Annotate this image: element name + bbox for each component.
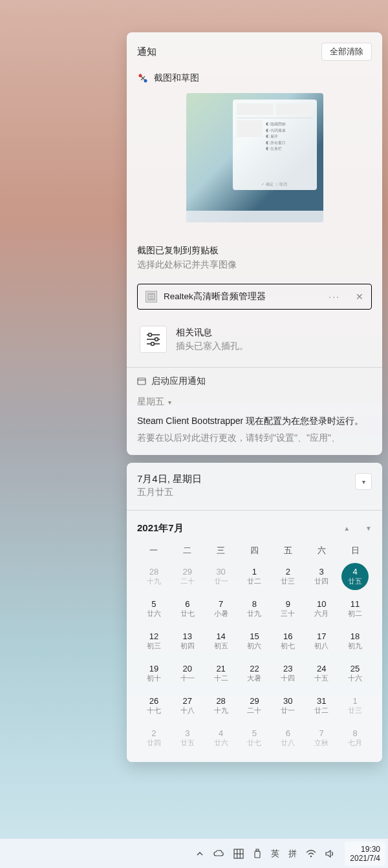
realtek-app-label: Realtek高清晰音频管理器	[164, 291, 322, 302]
snip-app-label: 截图和草图	[154, 72, 199, 84]
calendar-day[interactable]: 21十二	[208, 660, 235, 687]
usb-icon[interactable]	[252, 847, 263, 860]
taskbar: 英 拼 19:30 2021/7/4	[0, 838, 388, 868]
onedrive-icon[interactable]	[211, 848, 226, 860]
clock-time: 19:30	[361, 845, 380, 854]
calendar-weekday: 一	[137, 545, 171, 556]
ime-mode[interactable]: 拼	[287, 847, 298, 861]
calendar-day[interactable]: 6廿八	[274, 725, 301, 752]
grid-icon[interactable]	[232, 847, 245, 860]
calendar-day[interactable]: 28十九	[140, 563, 167, 590]
ime-language[interactable]: 英	[270, 847, 281, 861]
calendar-date-main: 7月4日, 星期日	[137, 473, 202, 485]
calendar-day[interactable]: 2廿四	[140, 725, 167, 752]
calendar-day[interactable]: 15初六	[241, 628, 268, 655]
realtek-close-button[interactable]: ✕	[356, 291, 363, 302]
calendar-day[interactable]: 29二十	[174, 563, 201, 590]
calendar-day[interactable]: 10六月	[308, 595, 335, 622]
volume-icon[interactable]	[324, 848, 337, 860]
calendar-day[interactable]: 24十五	[308, 660, 335, 687]
calendar-day[interactable]: 3廿五	[174, 725, 201, 752]
calendar-day[interactable]: 22大暑	[241, 660, 268, 687]
calendar-day[interactable]: 31廿二	[308, 692, 335, 719]
realtek-icon	[146, 291, 157, 302]
calendar-day[interactable]: 8七月	[341, 725, 369, 752]
calendar-day[interactable]: 30廿一	[274, 692, 301, 719]
calendar-day[interactable]: 23十四	[274, 660, 301, 687]
startup-day: 星期五▾	[137, 396, 372, 408]
calendar-panel: 7月4日, 星期日 五月廿五 ▾ 2021年7月 ▲ ▼ 一二三四五六日 28十…	[127, 463, 382, 762]
calendar-day[interactable]: 1廿三	[341, 692, 369, 719]
calendar-day[interactable]: 12初三	[140, 628, 167, 655]
calendar-day[interactable]: 7小暑	[208, 595, 235, 622]
calendar-day[interactable]: 3廿四	[308, 563, 335, 590]
startup-app-label: 启动应用通知	[151, 376, 206, 387]
calendar-day[interactable]: 1廿二	[241, 563, 268, 590]
calendar-collapse-button[interactable]: ▾	[355, 473, 372, 490]
calendar-day[interactable]: 14初五	[208, 628, 235, 655]
realtek-info-title: 相关讯息	[176, 327, 248, 339]
realtek-info-card[interactable]: 相关讯息 插头已塞入插孔。	[137, 326, 372, 353]
clear-all-button[interactable]: 全部清除	[321, 43, 372, 61]
realtek-more-button[interactable]: ···	[329, 291, 340, 302]
calendar-day[interactable]: 8廿九	[241, 595, 268, 622]
startup-text: Steam Client Bootstrapper 现在配置为在您登录时运行。	[137, 414, 372, 428]
system-tray: 英 拼	[195, 847, 341, 861]
calendar-day[interactable]: 29二十	[241, 692, 268, 719]
calendar-day[interactable]: 2廿三	[274, 563, 301, 590]
svg-rect-12	[138, 378, 146, 385]
svg-point-11	[151, 343, 155, 346]
calendar-day[interactable]: 13初四	[174, 628, 201, 655]
svg-rect-19	[255, 851, 260, 858]
calendar-weekday: 五	[271, 545, 305, 556]
calendar-day[interactable]: 17初八	[308, 628, 335, 655]
snip-title: 截图已复制到剪贴板	[137, 245, 372, 257]
audio-sliders-icon	[140, 326, 167, 353]
calendar-day[interactable]: 18初九	[341, 628, 369, 655]
calendar-weekday: 二	[171, 545, 204, 556]
calendar-grid: 一二三四五六日 28十九29二十30廿一1廿二2廿三3廿四4廿五5廿六6廿七7小…	[137, 545, 372, 752]
startup-app-row: 启动应用通知	[137, 376, 372, 387]
realtek-info-sub: 插头已塞入插孔。	[176, 341, 248, 352]
calendar-month-row: 2021年7月 ▲ ▼	[137, 522, 372, 535]
calendar-weekday: 四	[238, 545, 272, 556]
startup-subtext: 若要在以后对此进行更改，请转到"设置"、"应用"、	[137, 431, 372, 445]
calendar-day[interactable]: 25十六	[341, 660, 369, 687]
calendar-day[interactable]: 19初十	[140, 660, 167, 687]
calendar-day[interactable]: 16初七	[274, 628, 301, 655]
calendar-day[interactable]: 20十一	[174, 660, 201, 687]
svg-point-9	[155, 338, 158, 341]
wifi-icon[interactable]	[305, 848, 318, 860]
calendar-day[interactable]: 9三十	[274, 595, 301, 622]
notifications-panel: 通知 全部清除 截图和草图 ◐ 隐藏图标◐ 代码菜单◐ 展开◐ 所有窗口◐ 任务…	[127, 32, 382, 455]
taskbar-clock[interactable]: 19:30 2021/7/4	[345, 842, 385, 866]
calendar-day[interactable]: 4廿六	[208, 725, 235, 752]
calendar-day[interactable]: 5廿七	[241, 725, 268, 752]
calendar-date-lunar: 五月廿五	[137, 487, 202, 498]
calendar-day[interactable]: 11初二	[341, 595, 369, 622]
calendar-day[interactable]: 6廿七	[174, 595, 201, 622]
calendar-prev-button[interactable]: ▲	[343, 525, 350, 532]
snip-app-row: 截图和草图	[137, 72, 372, 84]
calendar-day[interactable]: 26十七	[140, 692, 167, 719]
notifications-header: 通知 全部清除	[137, 43, 372, 61]
tray-overflow-button[interactable]	[195, 849, 205, 859]
calendar-day[interactable]: 28十九	[208, 692, 235, 719]
realtek-notification-header[interactable]: Realtek高清晰音频管理器 ··· ✕	[137, 284, 372, 310]
calendar-header: 7月4日, 星期日 五月廿五 ▾	[137, 473, 372, 498]
snip-notification[interactable]: 截图和草图 ◐ 隐藏图标◐ 代码菜单◐ 展开◐ 所有窗口◐ 任务栏 ✓ 确定 ｜…	[137, 72, 372, 271]
calendar-day[interactable]: 7立秋	[308, 725, 335, 752]
calendar-day[interactable]: 30廿一	[208, 563, 235, 590]
calendar-day[interactable]: 4廿五	[341, 563, 369, 590]
divider	[127, 510, 382, 511]
calendar-day[interactable]: 27十八	[174, 692, 201, 719]
window-icon	[137, 377, 146, 386]
calendar-weekday: 三	[204, 545, 238, 556]
divider	[127, 367, 382, 368]
calendar-day[interactable]: 5廿六	[140, 595, 167, 622]
calendar-weekday: 日	[338, 545, 372, 556]
svg-point-7	[149, 333, 152, 337]
calendar-month-label: 2021年7月	[137, 522, 184, 535]
notifications-title: 通知	[137, 46, 156, 58]
calendar-next-button[interactable]: ▼	[365, 525, 372, 532]
